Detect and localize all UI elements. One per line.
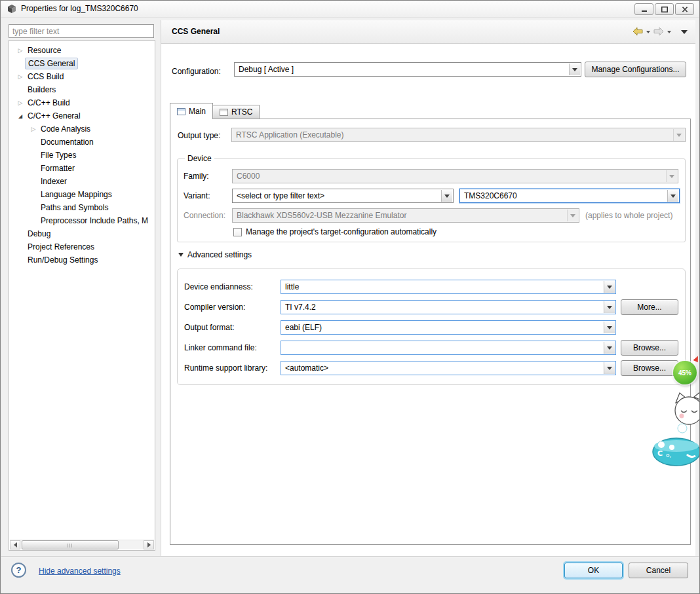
output-format-value: eabi (ELF): [285, 321, 601, 334]
connection-value: Blackhawk XDS560v2-USB Mezzanine Emulato…: [237, 209, 564, 222]
minimize-button[interactable]: [634, 3, 653, 15]
tree-horizontal-scrollbar[interactable]: [10, 540, 154, 549]
manage-target-config-checkbox-row[interactable]: Manage the project's target-configuratio…: [233, 227, 437, 236]
configuration-value: Debug [ Active ]: [239, 63, 566, 76]
variant-combo[interactable]: TMS320C6670: [459, 189, 680, 203]
titlebar: Properties for log_TMS320C6670: [1, 1, 699, 18]
manage-target-config-label: Manage the project's target-configuratio…: [246, 227, 437, 236]
variant-filter-combo[interactable]: <select or type filter text>: [232, 189, 454, 203]
minimize-icon: [641, 7, 648, 12]
checkbox-icon[interactable]: [233, 228, 242, 236]
output-type-value: RTSC Application (Executable): [236, 128, 671, 141]
runtime-support-library-combo[interactable]: <automatic>: [281, 361, 616, 375]
maximize-button[interactable]: [655, 3, 674, 15]
dropdown-arrow-icon[interactable]: [667, 190, 678, 202]
close-button[interactable]: [675, 3, 694, 15]
expand-icon[interactable]: [29, 124, 38, 134]
sidebar-item-cpp-general[interactable]: C/C++ General: [9, 109, 155, 122]
help-button[interactable]: [11, 563, 26, 578]
close-icon: [682, 7, 688, 12]
sidebar-item-preprocessor-include-paths[interactable]: Preprocessor Include Paths, M: [9, 214, 155, 227]
output-format-label: Output format:: [184, 320, 235, 335]
rtsc-tab-icon: [220, 109, 228, 116]
page-content: Configuration: Debug [ Active ] Manage C…: [161, 44, 695, 556]
app-icon: [7, 4, 17, 16]
dropdown-arrow-icon: [666, 170, 677, 182]
sidebar-item-code-analysis[interactable]: Code Analysis: [9, 122, 155, 136]
collapse-icon[interactable]: [16, 111, 25, 121]
forward-icon[interactable]: [653, 27, 664, 38]
sidebar-item-cpp-build[interactable]: C/C++ Build: [9, 96, 155, 109]
sidebar-item-project-references[interactable]: Project References: [9, 240, 155, 253]
dropdown-arrow-icon[interactable]: [441, 190, 452, 202]
compiler-version-label: Compiler version:: [184, 300, 245, 314]
family-value: C6000: [237, 170, 663, 183]
variant-filter-value: <select or type filter text>: [237, 189, 438, 202]
advanced-settings-toggle[interactable]: Advanced settings: [178, 250, 252, 259]
view-menu-icon[interactable]: [681, 30, 688, 34]
scrollbar-thumb[interactable]: [22, 540, 119, 549]
device-group-title: Device: [185, 154, 214, 163]
output-format-combo[interactable]: eabi (ELF): [281, 320, 616, 335]
tab-main[interactable]: Main: [170, 103, 213, 119]
dropdown-arrow-icon[interactable]: [604, 342, 615, 354]
speed-badge-overlay[interactable]: 45%: [673, 361, 697, 384]
sidebar-item-documentation[interactable]: Documentation: [9, 136, 155, 149]
main-tab-panel: Output type: RTSC Application (Executabl…: [170, 119, 691, 545]
advanced-settings-group: Device endianness: little Compiler versi…: [177, 269, 686, 385]
runtime-support-library-label: Runtime support library:: [184, 361, 267, 375]
dropdown-arrow-icon[interactable]: [604, 281, 615, 293]
tab-rtsc[interactable]: RTSC: [212, 105, 260, 119]
family-combo: C6000: [232, 169, 678, 183]
svg-text:C: C: [657, 449, 663, 458]
more-button[interactable]: More...: [621, 299, 678, 315]
scroll-right-button[interactable]: [144, 540, 154, 549]
footer-separator: [1, 556, 699, 557]
scroll-left-icon: [14, 542, 17, 548]
back-icon[interactable]: [632, 27, 643, 38]
sidebar-item-ccs-build[interactable]: CCS Build: [9, 70, 155, 83]
sidebar-item-formatter[interactable]: Formatter: [9, 162, 155, 175]
manage-configurations-button[interactable]: Manage Configurations...: [585, 62, 686, 77]
device-endianness-combo[interactable]: little: [281, 280, 616, 294]
dropdown-arrow-icon[interactable]: [604, 362, 615, 374]
dropdown-arrow-icon[interactable]: [569, 64, 580, 75]
sidebar-item-resource[interactable]: Resource: [9, 44, 155, 57]
connection-label: Connection:: [184, 208, 225, 223]
runtime-browse-button[interactable]: Browse...: [621, 360, 678, 376]
linker-browse-button[interactable]: Browse...: [621, 340, 678, 356]
sidebar-item-paths-and-symbols[interactable]: Paths and Symbols: [9, 201, 155, 214]
configuration-label: Configuration:: [172, 64, 221, 79]
sidebar-item-run-debug-settings[interactable]: Run/Debug Settings: [9, 253, 155, 267]
sidebar-item-indexer[interactable]: Indexer: [9, 175, 155, 188]
expand-icon[interactable]: [16, 98, 25, 107]
scroll-left-button[interactable]: [10, 540, 20, 549]
compiler-version-combo[interactable]: TI v7.4.2: [281, 300, 616, 314]
sidebar-item-debug[interactable]: Debug: [9, 227, 155, 240]
forward-history-dropdown-icon[interactable]: [667, 31, 671, 33]
filter-input[interactable]: [9, 24, 154, 38]
cancel-button[interactable]: Cancel: [629, 563, 688, 578]
sidebar-item-ccs-general[interactable]: CCS General: [9, 57, 155, 70]
dropdown-arrow-icon[interactable]: [604, 301, 615, 313]
device-group: Device Family: C6000 Variant: <select or…: [177, 158, 686, 242]
dropdown-arrow-icon[interactable]: [604, 322, 615, 333]
advanced-settings-title: Advanced settings: [187, 250, 252, 259]
sidebar-item-file-types[interactable]: File Types: [9, 149, 155, 162]
sidebar-item-language-mappings[interactable]: Language Mappings: [9, 188, 155, 201]
configuration-combo[interactable]: Debug [ Active ]: [234, 62, 581, 77]
desktop-pet-overlay: C o,: [652, 391, 700, 472]
family-label: Family:: [184, 169, 209, 183]
expand-icon[interactable]: [16, 72, 25, 81]
linker-command-file-combo[interactable]: [281, 341, 616, 355]
svg-text:o,: o,: [666, 452, 671, 458]
ok-button[interactable]: OK: [564, 563, 623, 578]
expand-icon[interactable]: [16, 46, 25, 55]
hide-advanced-settings-link[interactable]: Hide advanced settings: [39, 566, 121, 576]
maximize-icon: [661, 7, 668, 12]
back-history-dropdown-icon[interactable]: [646, 31, 650, 33]
connection-combo: Blackhawk XDS560v2-USB Mezzanine Emulato…: [232, 208, 579, 223]
sidebar-item-builders[interactable]: Builders: [9, 83, 155, 96]
collapse-triangle-icon: [178, 253, 184, 257]
compiler-version-value: TI v7.4.2: [285, 301, 601, 314]
